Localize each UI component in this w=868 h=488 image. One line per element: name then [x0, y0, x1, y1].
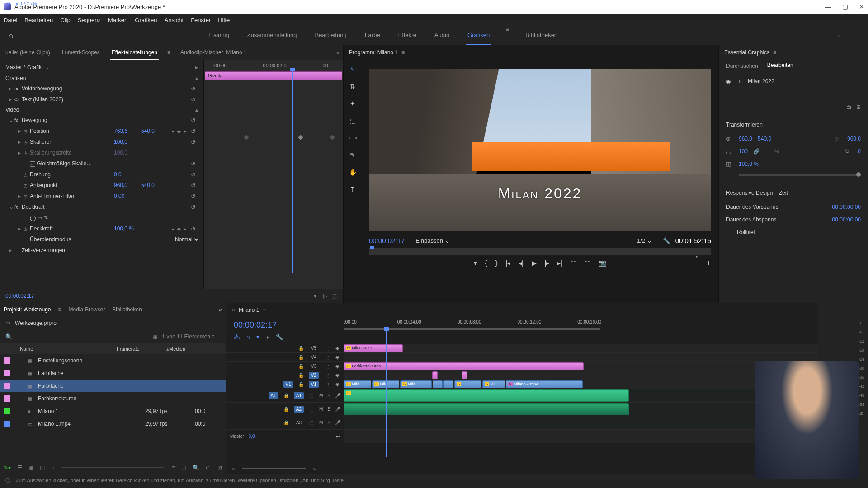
expand-icon[interactable]: ▸◂ [336, 434, 340, 439]
hand-tool[interactable]: ✋ [347, 166, 359, 178]
track-v4[interactable] [344, 353, 818, 362]
program-timecode[interactable]: 00:00:02:17 [369, 237, 405, 244]
fit-dropdown[interactable]: Einpassen ⌄ [415, 237, 449, 244]
ws-effekte[interactable]: Effekte [396, 26, 418, 45]
freeform-icon[interactable]: ⬚ [40, 465, 45, 471]
go-to-out-icon[interactable]: ▸| [557, 259, 562, 267]
keyframe-nav[interactable]: ◂ ◆ ▸ [168, 226, 191, 231]
reset-icon[interactable]: ↺ [191, 182, 200, 189]
mic-icon[interactable]: 🎤 [335, 393, 340, 398]
reset-icon[interactable]: ↺ [191, 96, 200, 103]
col-medien[interactable]: Medien [169, 346, 185, 352]
prop-bewegung[interactable]: Bewegung [22, 117, 191, 123]
new-bin-icon[interactable]: 🗀 [206, 465, 211, 471]
clip-v1[interactable] [433, 380, 443, 388]
track-a1[interactable]: fx [344, 389, 818, 403]
close-button[interactable]: ✕ [859, 3, 864, 10]
tab-lumetri[interactable]: Lumetri-Scopes [60, 46, 102, 59]
lift-icon[interactable]: ⬚ [571, 259, 576, 267]
ws-zusammenstellung[interactable]: Zusammenstellung [245, 26, 299, 45]
clip-title[interactable]: fxMilan 2022 [344, 344, 403, 352]
ws-training[interactable]: Training [206, 26, 231, 45]
add-button[interactable]: + [706, 258, 711, 268]
track-v3[interactable]: fxFarbkorrekturen [344, 362, 818, 371]
eg-tab-edit[interactable]: Bearbeiten [767, 62, 793, 70]
reset-icon[interactable]: ↺ [191, 193, 200, 200]
rect-tool[interactable]: ⬚ [347, 115, 359, 127]
eg-pos-x[interactable]: 960,0 [739, 136, 752, 142]
track-master[interactable] [344, 430, 818, 443]
collapse-icon[interactable]: ▴ [195, 107, 198, 113]
panel-overflow[interactable]: » [219, 306, 222, 313]
menu-marken[interactable]: Marken [108, 17, 127, 23]
extract-icon[interactable]: ⬚ [585, 259, 590, 267]
menu-ansicht[interactable]: Ansicht [164, 17, 184, 23]
roll-checkbox[interactable] [726, 230, 731, 235]
prop-zeit[interactable]: Zeit-Verzerrungen [22, 247, 200, 253]
eg-tab-browse[interactable]: Durchsuchen [726, 63, 758, 69]
reset-icon[interactable]: ↺ [191, 128, 200, 135]
eg-rotation[interactable]: 0 [858, 148, 861, 155]
reset-icon[interactable]: ↺ [191, 204, 200, 211]
flicker-value[interactable]: 0,00 [114, 193, 141, 199]
keyframe-diamond[interactable] [244, 135, 249, 140]
snap-icon[interactable]: ⁂ [234, 333, 240, 340]
anchor-x[interactable]: 960,0 [114, 182, 141, 188]
step-back-icon[interactable]: ◂| [519, 259, 524, 267]
src-v1[interactable]: V1 [283, 381, 293, 388]
eg-scale[interactable]: 100 [739, 148, 748, 155]
opacity-slider[interactable] [739, 174, 861, 176]
filter-icon[interactable]: ▦ [152, 333, 157, 340]
prop-text[interactable]: Text (Milan 2022) [22, 96, 191, 103]
position-y[interactable]: 540,0 [141, 128, 168, 134]
timeline-ruler[interactable]: :00:00 00:00:04:00 00:00:08:00 00:00:12:… [344, 317, 818, 341]
clip-marker[interactable] [462, 371, 467, 379]
play-button[interactable]: ▶ [532, 259, 537, 267]
reset-icon[interactable]: ↺ [191, 85, 200, 92]
ws-grafiken[interactable]: Grafiken [466, 26, 491, 45]
anchor-y[interactable]: 540,0 [141, 182, 168, 188]
filter-icon[interactable]: ▼ [312, 293, 318, 299]
effect-timeline-clip[interactable]: Grafik [205, 71, 342, 80]
tab-media-browser[interactable]: Media-Browser [69, 306, 105, 313]
layer-name[interactable]: Milan 2022 [748, 78, 774, 84]
src-a1[interactable]: A1 [269, 392, 278, 399]
marker-icon[interactable]: ▾ [256, 333, 259, 340]
panel-menu-icon[interactable]: ≡ [401, 49, 405, 56]
clip-marker[interactable] [432, 371, 438, 379]
mark-icon[interactable]: } [495, 259, 498, 267]
workspace-overflow[interactable]: » [838, 33, 841, 39]
track-a3[interactable] [344, 416, 818, 430]
clip-v1[interactable]: fxMila [344, 380, 371, 388]
clip-v1[interactable]: fxMila [400, 380, 432, 388]
zoom-dropdown[interactable]: 1/2 ⌄ [637, 237, 652, 244]
auto-icon[interactable]: ⬚ [181, 465, 186, 471]
keyframe-nav[interactable]: ◂ ◆ ▸ [168, 129, 191, 134]
ws-farbe[interactable]: Farbe [363, 26, 382, 45]
clip-audio[interactable]: fx [344, 389, 629, 402]
blend-mode-select[interactable]: Normal [173, 236, 200, 243]
minimize-button[interactable]: — [825, 3, 831, 10]
clip-v1[interactable]: fxMilano 4.mp4 [506, 380, 583, 388]
export-frame-icon[interactable]: 📷 [599, 259, 606, 267]
menu-clip[interactable]: Clip [60, 17, 70, 23]
link-icon[interactable]: 🔗 [753, 148, 760, 155]
close-sequence[interactable]: × [232, 307, 235, 313]
eg-pos-y[interactable]: 540,0 [758, 136, 771, 142]
intro-value[interactable]: 00:00:00:00 [832, 204, 861, 210]
menu-hilfe[interactable]: Hilfe [218, 17, 230, 23]
type-tool[interactable]: T [347, 183, 359, 195]
maximize-button[interactable]: ▢ [842, 3, 848, 10]
find-icon[interactable]: 🔍 [193, 465, 199, 471]
track-a2[interactable] [344, 403, 818, 416]
prop-vektorbewegung[interactable]: Vektorbewegung [22, 85, 191, 92]
keyframe-diamond[interactable] [330, 135, 335, 140]
prop-deckkraft[interactable]: Deckkraft [22, 204, 191, 210]
wrench-icon[interactable]: 🔧 [276, 333, 283, 340]
tool-icon[interactable]: ⬚ [333, 293, 338, 299]
eg-opacity[interactable]: 100,0 % [739, 161, 759, 167]
settings-icon[interactable]: ⬧ [266, 333, 269, 340]
mark-in-icon[interactable]: ▾ [474, 259, 477, 267]
tab-libraries[interactable]: Bibliotheken [112, 306, 142, 313]
rotation-value[interactable]: 0,0 [114, 171, 141, 178]
